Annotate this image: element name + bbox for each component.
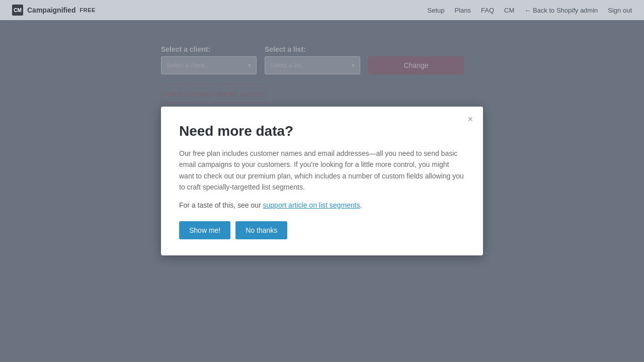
- modal-link-paragraph: For a taste of this, see our support art…: [179, 201, 465, 209]
- modal-actions: Show me! No thanks: [179, 221, 465, 239]
- modal-dialog: × Need more data? Our free plan includes…: [161, 107, 483, 255]
- no-thanks-button[interactable]: No thanks: [235, 221, 287, 239]
- modal-title: Need more data?: [179, 123, 465, 140]
- modal-body: Our free plan includes customer names an…: [179, 148, 465, 193]
- modal-link-prefix: For a taste of this, see our: [179, 201, 263, 209]
- support-article-link[interactable]: support article on list segments: [263, 201, 360, 209]
- show-me-button[interactable]: Show me!: [179, 221, 230, 239]
- modal-link-suffix: .: [360, 201, 362, 209]
- modal-overlay: × Need more data? Our free plan includes…: [0, 0, 644, 362]
- modal-close-button[interactable]: ×: [464, 113, 476, 126]
